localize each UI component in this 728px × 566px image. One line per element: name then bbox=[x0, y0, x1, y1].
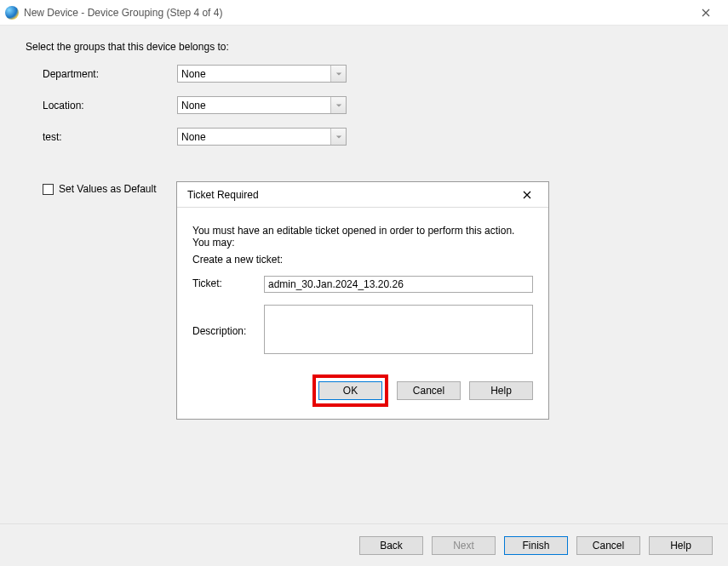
dropdown-value: None bbox=[181, 131, 206, 143]
ticket-required-dialog: Ticket Required You must have an editabl… bbox=[176, 181, 549, 420]
dropdown-value: None bbox=[181, 68, 206, 80]
dialog-close-button[interactable] bbox=[516, 182, 538, 207]
dropdown-button[interactable] bbox=[330, 129, 346, 145]
description-row: Description: bbox=[192, 305, 533, 354]
dialog-cancel-button[interactable]: Cancel bbox=[397, 381, 461, 400]
help-button[interactable]: Help bbox=[649, 536, 713, 555]
dialog-body: You must have an editable ticket opened … bbox=[177, 208, 548, 419]
dialog-title: Ticket Required bbox=[187, 189, 259, 201]
default-checkbox-label: Set Values as Default bbox=[59, 183, 157, 195]
next-button: Next bbox=[432, 536, 496, 555]
cancel-button[interactable]: Cancel bbox=[576, 536, 640, 555]
window-close-button[interactable] bbox=[689, 0, 723, 25]
wizard-footer: Back Next Finish Cancel Help bbox=[0, 523, 728, 566]
chevron-down-icon bbox=[335, 102, 342, 109]
dialog-create-label: Create a new ticket: bbox=[192, 254, 533, 266]
description-label: Description: bbox=[192, 305, 264, 337]
chevron-down-icon bbox=[335, 134, 342, 140]
dialog-buttons: OK Cancel Help bbox=[192, 366, 533, 407]
chevron-down-icon bbox=[335, 71, 342, 77]
instruction-text: Select the groups that this device belon… bbox=[26, 41, 702, 53]
ok-button-highlight: OK bbox=[312, 374, 388, 407]
titlebar: New Device - Device Grouping (Step 4 of … bbox=[0, 0, 728, 26]
field-label: Department: bbox=[43, 68, 177, 80]
dropdown-value: None bbox=[181, 100, 206, 111]
ticket-input[interactable] bbox=[264, 276, 533, 293]
dropdown-button[interactable] bbox=[330, 97, 346, 113]
location-dropdown[interactable]: None bbox=[177, 96, 347, 114]
department-dropdown[interactable]: None bbox=[177, 65, 347, 83]
default-checkbox[interactable] bbox=[43, 184, 54, 195]
field-label: test: bbox=[43, 131, 177, 143]
field-label: Location: bbox=[43, 100, 177, 111]
dialog-titlebar: Ticket Required bbox=[177, 182, 548, 208]
dialog-help-button[interactable]: Help bbox=[469, 381, 533, 400]
app-icon bbox=[5, 6, 19, 20]
back-button[interactable]: Back bbox=[359, 536, 423, 555]
field-test: test: None bbox=[26, 128, 702, 146]
description-input[interactable] bbox=[264, 305, 533, 354]
dropdown-button[interactable] bbox=[330, 66, 346, 82]
finish-button[interactable]: Finish bbox=[504, 536, 568, 555]
main-window: New Device - Device Grouping (Step 4 of … bbox=[0, 0, 728, 566]
field-department: Department: None bbox=[26, 65, 702, 83]
ticket-row: Ticket: bbox=[192, 276, 533, 293]
test-dropdown[interactable]: None bbox=[177, 128, 347, 146]
ticket-label: Ticket: bbox=[192, 276, 264, 289]
close-icon bbox=[702, 9, 710, 17]
field-location: Location: None bbox=[26, 96, 702, 114]
close-icon bbox=[523, 191, 531, 199]
dialog-message: You must have an editable ticket opened … bbox=[192, 225, 533, 249]
ok-button[interactable]: OK bbox=[318, 381, 382, 400]
window-title: New Device - Device Grouping (Step 4 of … bbox=[24, 7, 222, 19]
